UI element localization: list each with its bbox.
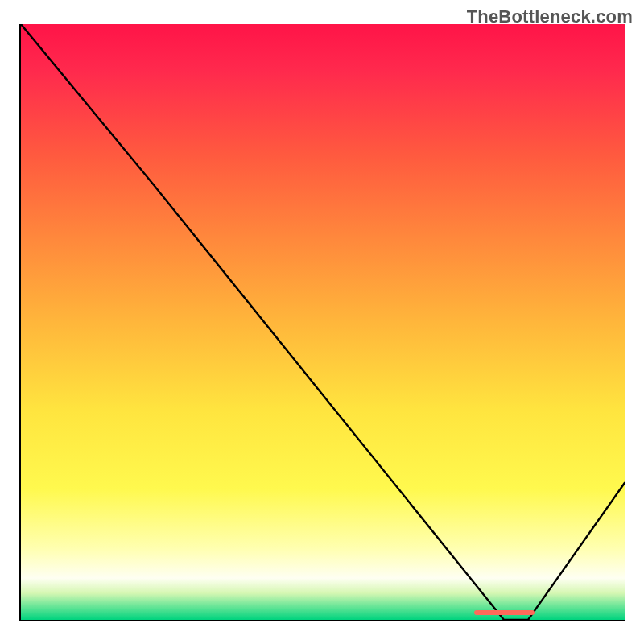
chart-line-svg: [21, 24, 625, 620]
optimal-range-marker: [474, 610, 535, 615]
y-axis: [19, 24, 21, 621]
x-axis: [19, 620, 625, 621]
bottleneck-curve-line: [21, 24, 625, 620]
chart-plot-area: [21, 24, 625, 620]
